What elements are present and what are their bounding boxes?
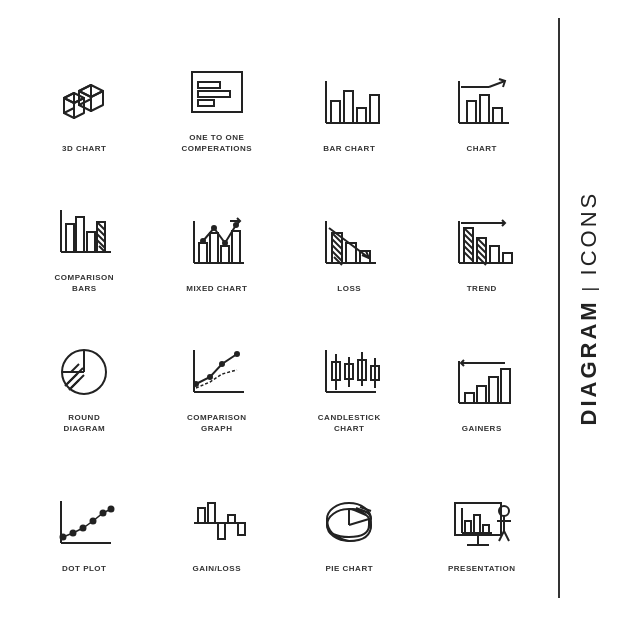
icon-cell-gain-loss: GAIN/LOSS <box>151 438 284 578</box>
round-diagram-label: ROUNDDIAGRAM <box>63 413 105 434</box>
svg-rect-22 <box>467 101 476 123</box>
svg-rect-14 <box>331 101 340 123</box>
icon-cell-mixed-chart: MIXED CHART <box>151 158 284 298</box>
svg-point-110 <box>81 525 86 530</box>
icon-cell-bar-chart: BAR CHART <box>283 18 416 158</box>
mixed-chart-label: MIXED CHART <box>186 284 247 294</box>
icon-cell-chart: CHART <box>416 18 549 158</box>
svg-rect-104 <box>489 377 498 403</box>
3d-chart-label: 3D CHART <box>62 144 106 154</box>
svg-point-86 <box>220 362 224 366</box>
icon-cell-candlestick: CANDLESTICKCHART <box>283 298 416 438</box>
gainers-icon <box>442 348 522 418</box>
svg-rect-16 <box>357 108 366 123</box>
svg-rect-29 <box>87 232 95 252</box>
svg-rect-132 <box>483 525 489 533</box>
loss-icon <box>309 208 389 278</box>
pie-chart-icon <box>309 488 389 558</box>
icon-cell-dot-plot: DOT PLOT <box>18 438 151 578</box>
svg-rect-117 <box>218 523 225 539</box>
svg-rect-39 <box>210 233 218 263</box>
icon-cell-loss: LOSS <box>283 158 416 298</box>
svg-rect-72 <box>490 246 499 263</box>
dot-plot-label: DOT PLOT <box>62 564 106 574</box>
icon-cell-one-to-one: ONE TO ONECOMPERATIONS <box>151 18 284 158</box>
icon-cell-presentation: PRESENTATION <box>416 438 549 578</box>
svg-rect-17 <box>370 95 379 123</box>
svg-rect-24 <box>493 108 502 123</box>
comparison-graph-label: COMPARISONGRAPH <box>187 413 247 434</box>
svg-point-111 <box>91 518 96 523</box>
svg-point-109 <box>71 530 76 535</box>
sidebar: DIAGRAM | ICONS <box>558 18 618 598</box>
svg-rect-15 <box>344 91 353 123</box>
dot-plot-icon <box>44 488 124 558</box>
diagram-label: DIAGRAM <box>576 299 602 425</box>
svg-point-44 <box>223 241 227 245</box>
icon-cell-comparison-bars: COMPARISONBARS <box>18 158 151 298</box>
comparison-bars-icon <box>44 197 124 267</box>
main-container: 3D CHART ONE TO ONECOMPERATIONS <box>8 8 618 618</box>
svg-point-42 <box>201 239 205 243</box>
svg-rect-38 <box>199 243 207 263</box>
candlestick-chart-icon <box>309 337 389 407</box>
sidebar-divider: | <box>579 283 600 291</box>
svg-rect-10 <box>198 91 230 97</box>
loss-label: LOSS <box>337 284 361 294</box>
icon-cell-round-diagram: ROUNDDIAGRAM <box>18 298 151 438</box>
svg-rect-73 <box>503 253 512 263</box>
svg-rect-102 <box>465 393 474 403</box>
icon-grid: 3D CHART ONE TO ONECOMPERATIONS <box>8 8 558 588</box>
svg-point-108 <box>61 534 66 539</box>
one-to-one-icon <box>177 57 257 127</box>
svg-rect-130 <box>465 521 471 533</box>
svg-rect-105 <box>501 369 510 403</box>
pie-chart-label: PIE CHART <box>325 564 373 574</box>
svg-rect-27 <box>66 224 74 252</box>
icons-label: ICONS <box>576 191 602 276</box>
svg-marker-6 <box>91 91 103 111</box>
comparison-bars-label: COMPARISONBARS <box>54 273 114 294</box>
svg-point-85 <box>208 375 212 379</box>
svg-rect-11 <box>198 100 214 106</box>
trend-label: TREND <box>467 284 497 294</box>
chart-label: CHART <box>467 144 498 154</box>
icon-cell-3d-chart: 3D CHART <box>18 18 151 158</box>
svg-line-137 <box>504 531 509 541</box>
svg-point-87 <box>235 352 239 356</box>
bar-chart-label: BAR CHART <box>323 144 375 154</box>
svg-point-113 <box>109 506 114 511</box>
svg-rect-40 <box>221 246 229 263</box>
round-diagram-icon <box>44 337 124 407</box>
icon-cell-trend: TREND <box>416 158 549 298</box>
trend-icon <box>442 208 522 278</box>
icon-cell-pie-chart: PIE CHART <box>283 438 416 578</box>
3d-chart-icon <box>44 68 124 138</box>
svg-rect-131 <box>474 515 480 533</box>
candlestick-label: CANDLESTICKCHART <box>318 413 381 434</box>
presentation-label: PRESENTATION <box>448 564 515 574</box>
svg-rect-41 <box>232 231 240 263</box>
gainers-label: GAINERS <box>462 424 502 434</box>
svg-rect-119 <box>238 523 245 535</box>
gain-loss-label: GAIN/LOSS <box>192 564 241 574</box>
icon-cell-comparison-graph: COMPARISONGRAPH <box>151 298 284 438</box>
gain-loss-icon <box>177 488 257 558</box>
presentation-icon <box>442 488 522 558</box>
svg-rect-9 <box>198 82 220 88</box>
sidebar-text: DIAGRAM | ICONS <box>576 191 602 425</box>
svg-rect-118 <box>228 515 235 523</box>
svg-point-43 <box>212 226 216 230</box>
bar-chart-icon <box>309 68 389 138</box>
svg-rect-28 <box>76 217 84 252</box>
mixed-chart-icon <box>177 208 257 278</box>
svg-rect-103 <box>477 386 486 403</box>
comparison-graph-icon <box>177 337 257 407</box>
svg-rect-23 <box>480 95 489 123</box>
chart-icon <box>442 68 522 138</box>
svg-rect-116 <box>208 503 215 523</box>
svg-point-112 <box>101 510 106 515</box>
icon-cell-gainers: GAINERS <box>416 298 549 438</box>
one-to-one-label: ONE TO ONECOMPERATIONS <box>181 133 252 154</box>
svg-point-84 <box>194 382 198 386</box>
